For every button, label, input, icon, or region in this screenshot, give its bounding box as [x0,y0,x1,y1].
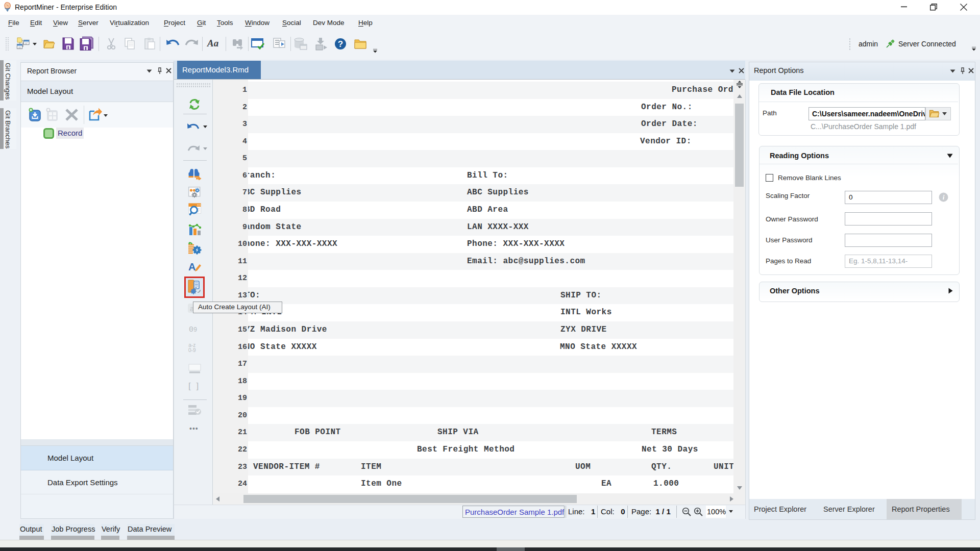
svg-text:A: A [188,261,195,272]
svg-text:?: ? [338,39,343,49]
svg-text:i: i [943,193,945,201]
